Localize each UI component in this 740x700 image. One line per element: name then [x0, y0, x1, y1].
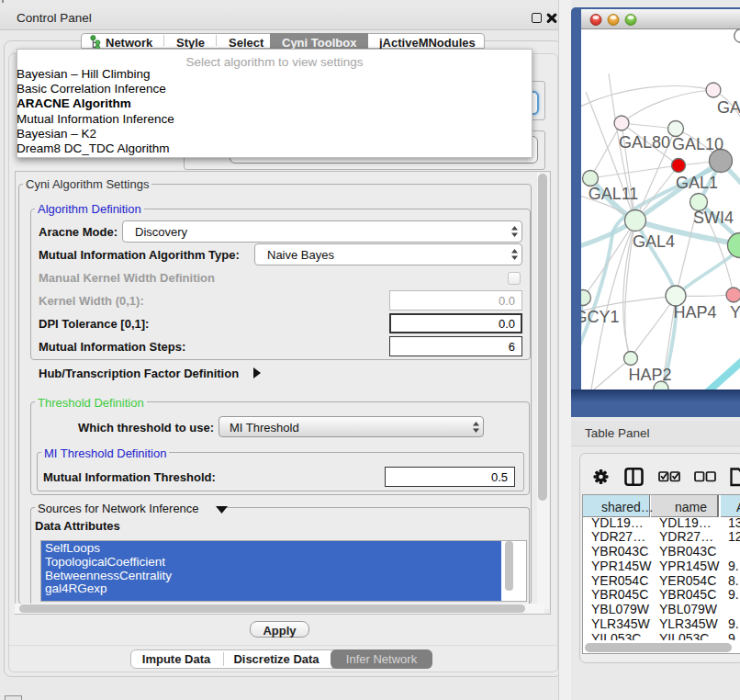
svg-text:HAP4: HAP4 [673, 303, 716, 322]
svg-text:GAL11: GAL11 [589, 185, 639, 203]
svg-text:GCY1: GCY1 [581, 308, 620, 326]
svg-text:GAL1: GAL1 [676, 174, 718, 192]
svg-text:HAP2: HAP2 [628, 366, 671, 384]
svg-text:GAL80: GAL80 [619, 133, 670, 152]
svg-text:Y: Y [730, 303, 740, 322]
svg-text:SWI4: SWI4 [693, 209, 734, 227]
svg-text:GAL2: GAL2 [717, 98, 740, 117]
svg-text:GAL10: GAL10 [672, 135, 723, 153]
svg-text:GAL4: GAL4 [633, 232, 675, 251]
